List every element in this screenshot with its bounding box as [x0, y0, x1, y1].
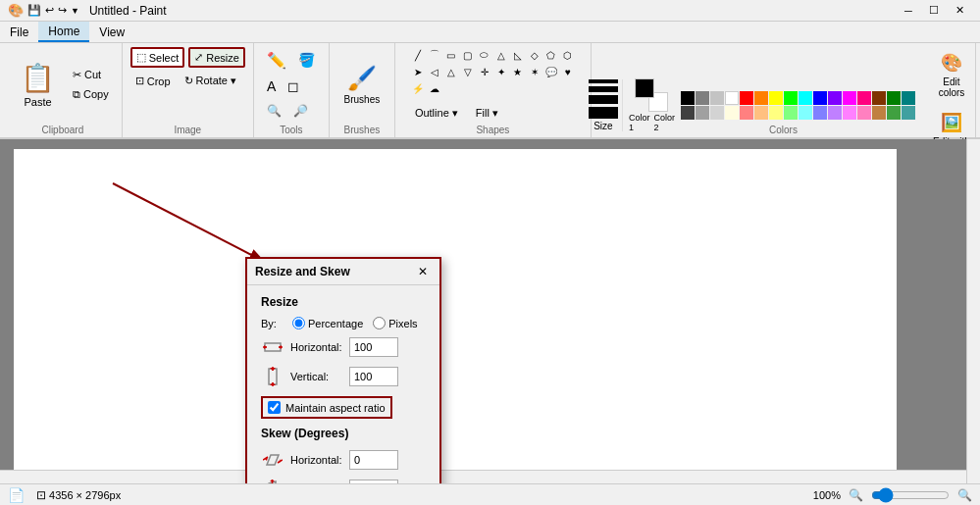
shape-roundrect[interactable]: ▢ [460, 47, 476, 63]
color1-swatch[interactable] [635, 78, 654, 98]
percentage-radio-label[interactable]: Percentage [292, 317, 363, 329]
tools-group: ✏️ 🪣 A ◻ 🔍 🔎 Tools [254, 43, 330, 137]
zoom-out-icon[interactable]: 🔍 [849, 488, 863, 502]
color-brown[interactable] [872, 91, 886, 105]
zoom-slider[interactable] [871, 487, 950, 503]
minimize-button[interactable]: ─ [896, 0, 921, 22]
shape-larrow[interactable]: ◁ [427, 64, 442, 79]
color-blue[interactable] [813, 91, 827, 105]
resize-h-input[interactable] [349, 337, 398, 357]
quick-redo[interactable]: ↪ [58, 4, 67, 17]
shape-heart[interactable]: ♥ [560, 64, 576, 79]
shape-ellipse[interactable]: ⬭ [477, 47, 492, 63]
resize-v-input[interactable] [349, 367, 398, 386]
color-r2-7[interactable] [769, 106, 783, 120]
maintain-aspect-checkbox[interactable] [268, 401, 281, 414]
pencil-tool[interactable]: ✏️ [262, 48, 291, 73]
rotate-button[interactable]: ↻ Rotate ▾ [180, 72, 241, 90]
color-r2-15[interactable] [887, 106, 901, 120]
zoom-in-icon[interactable]: 🔍 [957, 488, 972, 502]
shape-uarrow[interactable]: △ [443, 64, 459, 79]
shape-pentagon[interactable]: ⬠ [543, 47, 559, 63]
color-r2-9[interactable] [799, 106, 812, 120]
picker-tool[interactable]: 🔍 [262, 101, 286, 121]
paste-button[interactable]: 📋 Paste [12, 57, 64, 113]
shape-rarrow[interactable]: ➤ [410, 64, 426, 79]
shape-4arrow[interactable]: ✛ [477, 64, 492, 79]
color-r2-10[interactable] [813, 106, 827, 120]
select-button[interactable]: ⬚ Select [130, 47, 185, 68]
outline-dropdown[interactable]: Outline ▾ [410, 104, 463, 123]
color-gray[interactable] [710, 91, 724, 105]
menu-file[interactable]: File [0, 22, 38, 42]
percentage-radio[interactable] [292, 317, 305, 329]
cut-button[interactable]: ✂ Cut [68, 66, 114, 84]
scroll-horizontal[interactable] [0, 470, 966, 483]
color-white[interactable] [725, 91, 739, 105]
color-r2-8[interactable] [784, 106, 798, 120]
shape-rect[interactable]: ▭ [443, 47, 459, 63]
color-dgray[interactable] [696, 91, 709, 105]
shape-darrow[interactable]: ▽ [460, 64, 476, 79]
color-cyan[interactable] [799, 91, 812, 105]
dialog-close-button[interactable]: ✕ [414, 263, 432, 280]
magnify-tool[interactable]: 🔎 [288, 101, 313, 121]
color-pink[interactable] [857, 91, 871, 105]
resize-skew-dialog: Resize and Skew ✕ Resize By: Percentage [245, 257, 441, 505]
color-r2-14[interactable] [872, 106, 886, 120]
color-indigo[interactable] [828, 91, 842, 105]
copy-button[interactable]: ⧉ Copy [68, 85, 114, 104]
quick-dropdown[interactable]: ▼ [71, 6, 79, 16]
color-lime[interactable] [784, 91, 798, 105]
shape-curve[interactable]: ⌒ [427, 47, 442, 63]
menu-home[interactable]: Home [38, 22, 89, 42]
resize-button[interactable]: ⤢ Resize [188, 47, 245, 68]
color-teal[interactable] [902, 91, 915, 105]
quick-save[interactable]: 💾 [27, 4, 41, 17]
brushes-button[interactable]: 🖌️ Brushes [337, 55, 387, 114]
color-r2-2[interactable] [696, 106, 709, 120]
maximize-button[interactable]: ☐ [921, 0, 947, 22]
resize-horizontal-row: Horizontal: [261, 335, 426, 359]
text-tool[interactable]: A [262, 76, 281, 97]
color-r2-12[interactable] [843, 106, 856, 120]
crop-button[interactable]: ⊡ Crop [130, 72, 176, 90]
color-r2-11[interactable] [828, 106, 842, 120]
color-r2-4[interactable] [725, 106, 739, 120]
color-r2-16[interactable] [902, 106, 915, 120]
shape-triangle[interactable]: △ [493, 47, 509, 63]
eraser-tool[interactable]: ◻ [283, 76, 304, 97]
edit-colors-button[interactable]: 🎨 Edit colors [925, 47, 978, 103]
maintain-aspect-row[interactable]: Maintain aspect ratio [261, 396, 392, 419]
shape-callout[interactable]: 💬 [543, 64, 559, 79]
color-dgreen[interactable] [887, 91, 901, 105]
color-r2-1[interactable] [681, 106, 695, 120]
color-black[interactable] [681, 91, 695, 105]
pixels-radio[interactable] [373, 317, 386, 329]
skew-h-input[interactable] [349, 450, 398, 470]
shape-star6[interactable]: ✶ [527, 64, 542, 79]
color-r2-6[interactable] [754, 106, 768, 120]
shape-cloud[interactable]: ☁ [427, 80, 442, 96]
pixels-radio-label[interactable]: Pixels [373, 317, 417, 329]
fill-dropdown[interactable]: Fill ▾ [471, 104, 503, 123]
color-r2-13[interactable] [857, 106, 871, 120]
shape-line[interactable]: ╱ [410, 47, 426, 63]
shape-star5[interactable]: ★ [510, 64, 526, 79]
shape-diamond[interactable]: ◇ [527, 47, 542, 63]
quick-undo[interactable]: ↩ [45, 4, 54, 17]
shape-hexagon[interactable]: ⬡ [560, 47, 576, 63]
color-r2-3[interactable] [710, 106, 724, 120]
close-button[interactable]: ✕ [947, 0, 972, 22]
shape-lightning[interactable]: ⚡ [410, 80, 426, 96]
color-magenta[interactable] [843, 91, 856, 105]
color-red[interactable] [740, 91, 753, 105]
shape-star4[interactable]: ✦ [493, 64, 509, 79]
menu-view[interactable]: View [89, 22, 134, 42]
fill-tool[interactable]: 🪣 [293, 49, 320, 71]
scroll-vertical[interactable] [966, 139, 980, 483]
shape-rtriangle[interactable]: ◺ [510, 47, 526, 63]
color-orange[interactable] [754, 91, 768, 105]
color-yellow[interactable] [769, 91, 783, 105]
color-r2-5[interactable] [740, 106, 753, 120]
